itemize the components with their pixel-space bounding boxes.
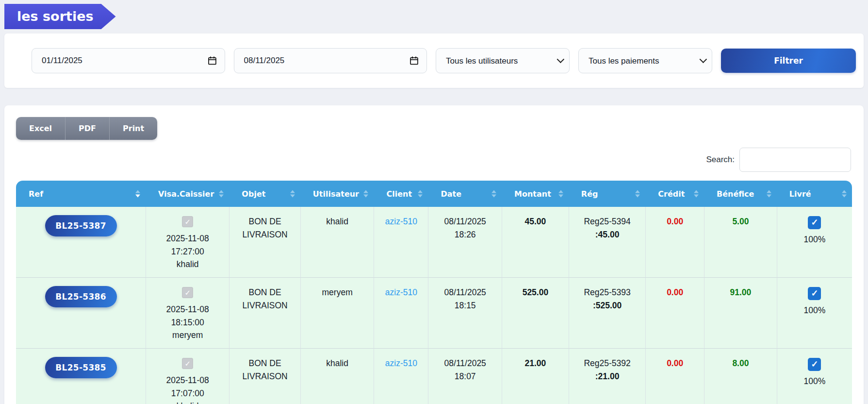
page-title: les sorties: [4, 4, 116, 29]
column-header-ref[interactable]: Ref: [16, 181, 146, 207]
date-from-field: [32, 48, 225, 73]
objet-cell: BON DE LIVRAISON: [229, 207, 300, 278]
client-link[interactable]: aziz-510: [385, 358, 417, 368]
livre-percent: 100%: [780, 304, 849, 317]
visa-time: 18:15:00: [149, 316, 226, 329]
users-select[interactable]: Tous les utilisateurs: [436, 48, 570, 73]
date-to-input[interactable]: [234, 48, 427, 73]
livre-percent: 100%: [780, 375, 849, 388]
montant-cell: 525.00: [502, 278, 569, 349]
export-print-button[interactable]: Print: [109, 117, 157, 140]
users-select-field: Tous les utilisateurs: [436, 48, 570, 73]
chevron-down-icon: [557, 58, 562, 64]
table-row: BL25-5385 ✓ 2025-11-08 17:07:00 khalid B…: [16, 349, 852, 404]
calendar-icon[interactable]: [207, 56, 217, 66]
table-header-row: Ref Visa.Caissier Objet Utilisateur Clie…: [16, 181, 852, 207]
visa-time: 17:07:00: [149, 387, 226, 400]
date-cell: 08/11/202518:26: [428, 207, 502, 278]
column-label: Date: [441, 189, 461, 199]
client-link[interactable]: aziz-510: [385, 287, 417, 297]
sort-icon: [290, 190, 295, 198]
reg-cell: Reg25-5393:525.00: [569, 278, 646, 349]
livre-checkbox-checked[interactable]: ✓: [808, 287, 821, 300]
benefice-cell: 5.00: [704, 207, 777, 278]
livre-checkbox-checked[interactable]: ✓: [808, 216, 821, 229]
column-header-benefice[interactable]: Bénéfice: [704, 181, 777, 207]
column-label: Ref: [29, 189, 43, 199]
date-cell: 08/11/202518:15: [428, 278, 502, 349]
column-header-montant[interactable]: Montant: [502, 181, 569, 207]
column-header-utilisateur[interactable]: Utilisateur: [300, 181, 374, 207]
sort-icon: [135, 190, 140, 198]
column-label: Utilisateur: [313, 189, 359, 199]
benefice-cell: 8.00: [704, 349, 777, 404]
sorties-table: Ref Visa.Caissier Objet Utilisateur Clie…: [16, 181, 852, 404]
ref-button[interactable]: BL25-5386: [45, 286, 117, 307]
utilisateur-cell: meryem: [300, 278, 374, 349]
export-excel-button[interactable]: Excel: [16, 117, 65, 140]
date-from-input[interactable]: [32, 48, 225, 73]
payments-select[interactable]: Tous les paiements: [578, 48, 712, 73]
visa-time: 17:27:00: [149, 245, 226, 258]
sort-icon: [842, 190, 847, 198]
column-header-date[interactable]: Date: [428, 181, 502, 207]
objet-cell: BON DE LIVRAISON: [229, 349, 300, 404]
column-header-livre[interactable]: Livré: [777, 181, 852, 207]
column-label: Client: [386, 189, 412, 199]
sort-icon: [491, 190, 496, 198]
sort-icon: [219, 190, 224, 198]
visa-user: khalid: [149, 400, 226, 404]
visa-date: 2025-11-08: [149, 374, 226, 387]
table-row: BL25-5386 ✓ 2025-11-08 18:15:00 meryem B…: [16, 278, 852, 349]
utilisateur-cell: khalid: [300, 349, 374, 404]
visa-date: 2025-11-08: [149, 232, 226, 245]
column-label: Montant: [514, 189, 551, 199]
sort-icon: [418, 190, 423, 198]
column-label: Bénéfice: [717, 189, 754, 199]
search-input[interactable]: [739, 148, 851, 172]
ref-button[interactable]: BL25-5385: [45, 357, 117, 378]
ref-button[interactable]: BL25-5387: [45, 215, 117, 236]
visa-user: meryem: [149, 329, 226, 342]
montant-cell: 21.00: [502, 349, 569, 404]
visa-date: 2025-11-08: [149, 303, 226, 316]
credit-cell: 0.00: [645, 207, 704, 278]
sort-icon: [767, 190, 771, 198]
column-header-objet[interactable]: Objet: [229, 181, 300, 207]
credit-cell: 0.00: [645, 349, 704, 404]
column-header-reg[interactable]: Rég: [569, 181, 646, 207]
column-label: Objet: [242, 189, 265, 199]
sort-icon: [363, 190, 368, 198]
export-pdf-button[interactable]: PDF: [65, 117, 109, 140]
sort-icon: [635, 190, 640, 198]
results-panel: Excel PDF Print Search: Ref Visa.Caissie…: [4, 105, 864, 404]
reg-cell: Reg25-5394:45.00: [569, 207, 646, 278]
livre-checkbox-checked[interactable]: ✓: [808, 358, 821, 371]
reg-cell: Reg25-5392:21.00: [569, 349, 646, 404]
payments-select-field: Tous les paiements: [578, 48, 712, 73]
benefice-cell: 91.00: [704, 278, 777, 349]
search-label: Search:: [706, 155, 735, 165]
objet-cell: BON DE LIVRAISON: [229, 278, 300, 349]
utilisateur-cell: khalid: [300, 207, 374, 278]
column-header-credit[interactable]: Crédit: [645, 181, 704, 207]
filter-button[interactable]: Filtrer: [721, 49, 856, 73]
sort-icon: [694, 190, 699, 198]
client-link[interactable]: aziz-510: [385, 217, 417, 226]
visa-checkbox-checked: ✓: [182, 358, 193, 369]
column-label: Livré: [789, 189, 811, 199]
chevron-down-icon: [699, 58, 704, 64]
column-header-visa-caissier[interactable]: Visa.Caissier: [146, 181, 229, 207]
column-label: Rég: [581, 189, 598, 199]
search-bar: Search:: [17, 148, 851, 172]
sort-icon: [558, 190, 563, 198]
visa-checkbox-checked: ✓: [182, 287, 193, 298]
livre-percent: 100%: [780, 233, 849, 246]
calendar-icon[interactable]: [409, 56, 419, 66]
visa-checkbox-checked: ✓: [182, 216, 193, 227]
visa-user: khalid: [149, 258, 226, 271]
date-to-field: [234, 48, 427, 73]
export-buttons: Excel PDF Print: [16, 117, 157, 140]
filter-bar: Tous les utilisateurs Tous les paiements…: [4, 34, 864, 88]
column-header-client[interactable]: Client: [374, 181, 428, 207]
